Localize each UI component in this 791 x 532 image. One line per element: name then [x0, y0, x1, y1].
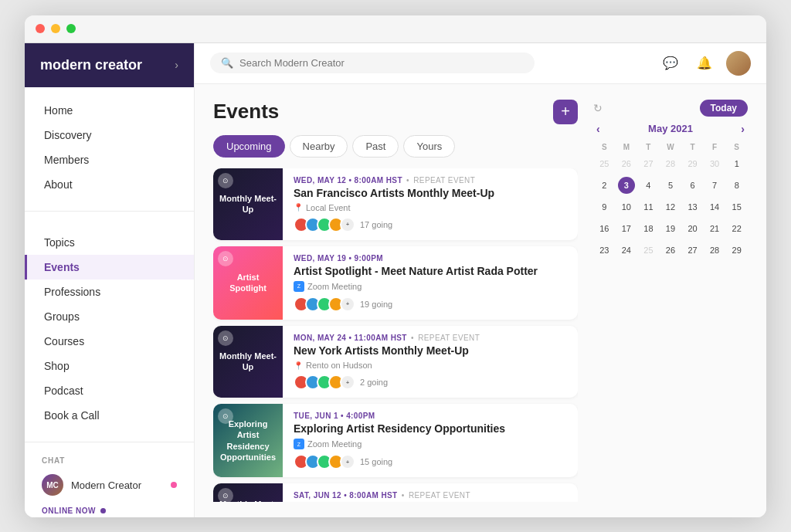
sidebar-item-professions[interactable]: Professions — [25, 280, 194, 304]
maximize-dot[interactable] — [66, 24, 76, 33]
event-card-3[interactable]: Monthly Meet-Up⊙MON, MAY 24 • 11:00AM HS… — [213, 326, 578, 398]
sidebar: modern creator › HomeDiscoveryMembersAbo… — [25, 43, 195, 517]
cal-day-cell[interactable]: 26 — [616, 153, 638, 175]
sidebar-logo: modern creator › — [25, 43, 194, 88]
cal-day-cell[interactable]: 21 — [704, 218, 726, 239]
event-attendees-1: +17 going — [294, 217, 567, 232]
event-location-4: Z Zoom Meeting — [294, 439, 567, 449]
cal-day-cell[interactable]: 2 — [593, 175, 616, 196]
event-card-2[interactable]: Artist Spotlight⊙WED, MAY 19 • 9:00PMArt… — [213, 246, 578, 320]
event-location-text-1: Local Event — [306, 203, 350, 212]
cal-day-cell[interactable]: 11 — [637, 196, 660, 218]
cal-day-cell[interactable]: 1 — [725, 153, 748, 175]
sidebar-item-about[interactable]: About — [25, 172, 194, 197]
sidebar-item-members[interactable]: Members — [25, 147, 194, 172]
messages-icon[interactable]: 💬 — [658, 51, 683, 76]
cal-day-cell[interactable]: 29 — [725, 239, 748, 261]
topbar-actions: 💬 🔔 — [658, 51, 751, 76]
cal-day-cell[interactable]: 27 — [637, 153, 660, 175]
calendar-toprow: ↻ Today — [593, 100, 748, 117]
event-meta-4: TUE, JUN 1 • 4:00PM — [294, 412, 567, 420]
cal-day-cell[interactable]: 6 — [681, 175, 704, 196]
calendar-body: 2526272829301234567891011121314151617181… — [593, 153, 748, 261]
cal-day-cell[interactable]: 8 — [725, 175, 748, 196]
cal-day-cell[interactable]: 25 — [637, 239, 660, 261]
cal-day-cell[interactable]: 25 — [593, 153, 616, 175]
user-avatar[interactable] — [726, 51, 751, 76]
sidebar-item-podcast[interactable]: Podcast — [25, 378, 194, 403]
tab-yours[interactable]: Yours — [403, 135, 455, 158]
calendar-refresh-icon[interactable]: ↻ — [593, 102, 603, 114]
search-bar[interactable]: 🔍 — [210, 53, 535, 73]
cal-day-cell[interactable]: 10 — [616, 196, 638, 218]
event-title-3: New York Artists Monthly Meet-Up — [294, 344, 567, 357]
cal-day-cell[interactable]: 29 — [681, 153, 704, 175]
sidebar-collapse-icon[interactable]: › — [175, 59, 178, 71]
cal-day-cell[interactable]: 20 — [681, 218, 704, 239]
cal-day-cell[interactable]: 14 — [704, 196, 726, 218]
event-image-1: Monthly Meet-Up⊙ — [213, 168, 283, 240]
add-event-button[interactable]: + — [553, 100, 578, 124]
cal-day-cell[interactable]: 27 — [681, 239, 704, 261]
calendar-prev-button[interactable]: ‹ — [593, 123, 603, 135]
attendee-count-badge: + — [340, 374, 355, 390]
sidebar-item-courses[interactable]: Courses — [25, 329, 194, 354]
sidebar-item-shop[interactable]: Shop — [25, 354, 194, 378]
tab-nearby[interactable]: Nearby — [290, 135, 348, 158]
cal-day-cell[interactable]: 17 — [616, 218, 638, 239]
cal-day-cell[interactable]: 30 — [704, 153, 726, 175]
cal-day-cell[interactable]: 12 — [660, 196, 682, 218]
cal-day-cell[interactable]: 28 — [660, 153, 682, 175]
search-icon: 🔍 — [221, 57, 233, 69]
cal-day-cell[interactable]: 18 — [637, 218, 660, 239]
event-going-text-1: 17 going — [360, 220, 392, 229]
sidebar-item-groups[interactable]: Groups — [25, 304, 194, 329]
main-content: 🔍 💬 🔔 Events + — [195, 43, 766, 517]
cal-day-cell[interactable]: 13 — [681, 196, 704, 218]
close-dot[interactable] — [36, 24, 45, 33]
today-button[interactable]: Today — [700, 100, 748, 117]
event-repeat-5: Repeat Event — [409, 491, 470, 500]
cal-day-cell[interactable]: 4 — [637, 175, 660, 196]
cal-day-cell[interactable]: 28 — [704, 239, 726, 261]
cal-day-cell[interactable]: 19 — [660, 218, 682, 239]
cal-day-cell[interactable]: 23 — [593, 239, 616, 261]
cal-day-cell[interactable]: 7 — [704, 175, 726, 196]
chat-section-label: CHAT — [25, 450, 194, 468]
calendar-next-button[interactable]: › — [738, 123, 748, 135]
zoom-icon-2: Z — [294, 281, 304, 292]
minimize-dot[interactable] — [51, 24, 60, 33]
sidebar-divider-1 — [25, 211, 194, 212]
event-attendees-3: +2 going — [294, 374, 567, 390]
cal-day-cell[interactable]: 3 — [616, 175, 638, 196]
cal-day-cell[interactable]: 15 — [725, 196, 748, 218]
event-going-text-3: 2 going — [360, 378, 388, 387]
app-name: modern creator — [40, 57, 142, 74]
event-image-3: Monthly Meet-Up⊙ — [213, 326, 283, 398]
cal-day-cell[interactable]: 24 — [616, 239, 638, 261]
tab-past[interactable]: Past — [352, 135, 399, 158]
cal-day-cell[interactable]: 22 — [725, 218, 748, 239]
sidebar-item-topics[interactable]: Topics — [25, 230, 194, 255]
sidebar-item-book-a call[interactable]: Book a Call — [25, 403, 194, 428]
sidebar-item-home[interactable]: Home — [25, 98, 194, 123]
event-body-3: MON, MAY 24 • 11:00AM HST • Repeat Event… — [283, 326, 578, 398]
cal-day-cell[interactable]: 5 — [660, 175, 682, 196]
event-body-1: WED, MAY 12 • 8:00AM HST • Repeat EventS… — [283, 168, 578, 240]
cal-day-cell[interactable]: 26 — [660, 239, 682, 261]
cal-day-cell[interactable]: 9 — [593, 196, 616, 218]
attendee-avatars-4: + — [294, 454, 355, 469]
cal-day-cell[interactable]: 16 — [593, 218, 616, 239]
sidebar-item-discovery[interactable]: Discovery — [25, 123, 194, 147]
event-card-5[interactable]: Monthly Meet-Up⊙SAT, JUN 12 • 8:00AM HST… — [213, 483, 578, 501]
tab-upcoming[interactable]: Upcoming — [213, 135, 285, 158]
calendar-month-label: May 2021 — [648, 123, 693, 134]
event-card-4[interactable]: Exploring Artist Residency Opportunities… — [213, 404, 578, 477]
sidebar-item-events[interactable]: Events — [25, 255, 194, 280]
notifications-icon[interactable]: 🔔 — [692, 51, 717, 76]
event-meta-1: WED, MAY 12 • 8:00AM HST • Repeat Event — [294, 176, 567, 185]
event-card-1[interactable]: Monthly Meet-Up⊙WED, MAY 12 • 8:00AM HST… — [213, 168, 578, 240]
chat-item-modern-creator[interactable]: MC Modern Creator — [25, 468, 194, 502]
search-input[interactable] — [239, 57, 524, 69]
event-location-text-3: Rento on Hudson — [306, 361, 372, 370]
